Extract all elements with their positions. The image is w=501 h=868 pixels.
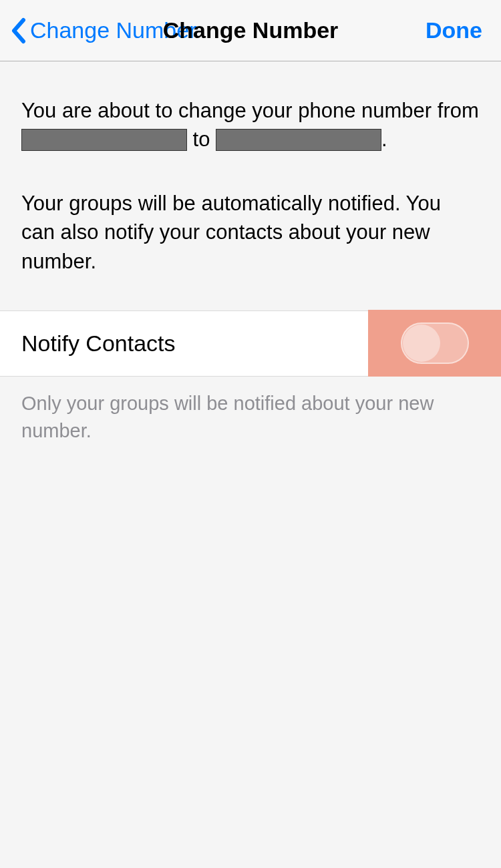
navigation-bar: Change Number Change Number Done [0,0,501,61]
toggle-highlight [368,310,501,377]
toggle-knob [403,324,440,362]
description-line-2: Your groups will be automatically notifi… [21,189,480,276]
description-text-prefix: You are about to change your phone numbe… [21,99,479,122]
description-text-suffix: . [381,128,387,151]
chevron-left-icon [10,17,26,44]
description-line-1: You are about to change your phone numbe… [21,96,480,154]
notify-contacts-label: Notify Contacts [21,331,368,357]
redacted-old-number [21,129,187,151]
notify-contacts-row: Notify Contacts [0,310,501,377]
description-block: You are about to change your phone numbe… [0,61,501,310]
redacted-new-number [216,129,381,151]
page-title: Change Number [163,17,339,43]
notify-contacts-toggle[interactable] [401,322,469,364]
done-button[interactable]: Done [426,17,482,43]
description-text-mid: to [187,128,216,151]
footer-help-text: Only your groups will be notified about … [0,377,501,457]
